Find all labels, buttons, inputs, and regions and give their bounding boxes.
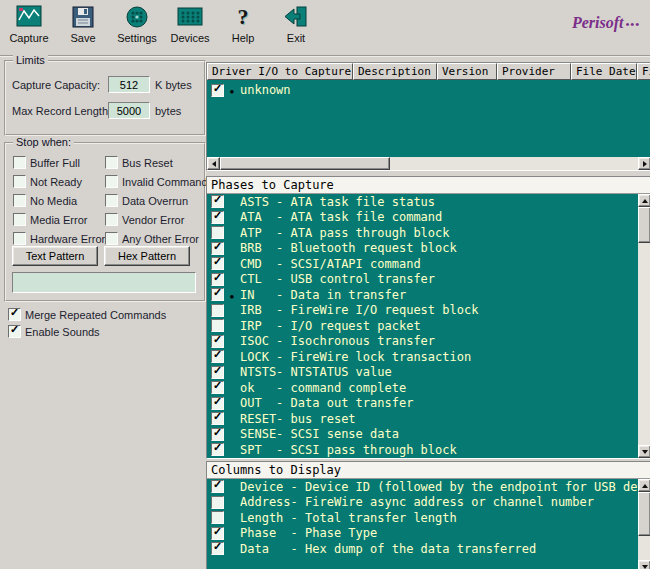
phase-row[interactable]: OUT - Data out transfer <box>207 396 638 412</box>
stop-condition-checkbox[interactable] <box>13 156 26 169</box>
stop-condition-checkbox[interactable] <box>13 175 26 188</box>
stop-condition-checkbox-row[interactable]: Vendor Error <box>105 213 208 226</box>
column-row[interactable]: Length - Total transfer length <box>207 510 638 526</box>
phase-checkbox[interactable] <box>211 226 224 239</box>
phase-row[interactable]: ATP - ATA pass through block <box>207 225 638 241</box>
columns-scrollbar-thumb[interactable] <box>638 492 650 536</box>
driver-column-header[interactable]: Provider <box>497 63 571 80</box>
max-record-length-input[interactable] <box>108 102 150 119</box>
option-checkbox[interactable] <box>8 308 21 321</box>
help-button[interactable]: ? Help <box>216 3 270 44</box>
stop-condition-checkbox[interactable] <box>105 175 118 188</box>
phases-scrollbar-thumb[interactable] <box>638 207 650 243</box>
phase-row[interactable]: SENSE- SCSI sense data <box>207 427 638 443</box>
driver-checkbox[interactable] <box>211 84 224 97</box>
option-checkbox-row[interactable]: Enable Sounds <box>8 325 166 338</box>
column-checkbox[interactable] <box>211 480 224 493</box>
stop-condition-checkbox[interactable] <box>105 232 118 245</box>
phase-row[interactable]: NTSTS- NTSTATUS value <box>207 365 638 381</box>
stop-condition-checkbox-row[interactable]: Data Overrun <box>105 194 208 207</box>
pattern-input[interactable] <box>12 272 196 293</box>
column-checkbox[interactable] <box>211 542 224 555</box>
phase-row[interactable]: IN - Data in transfer <box>207 287 638 303</box>
phase-row[interactable]: IRB - FireWire I/O request block <box>207 303 638 319</box>
scroll-right-button[interactable] <box>638 157 650 170</box>
column-row[interactable]: Data - Hex dump of the data transferred <box>207 541 638 557</box>
phases-scroll-up-button[interactable] <box>638 194 650 207</box>
phase-checkbox[interactable] <box>211 412 224 425</box>
phase-row[interactable]: BRB - Bluetooth request block <box>207 241 638 257</box>
text-pattern-button[interactable]: Text Pattern <box>12 246 98 266</box>
horizontal-scrollbar-thumb[interactable] <box>220 157 390 170</box>
help-icon: ? <box>216 3 270 31</box>
phase-checkbox[interactable] <box>211 288 224 301</box>
column-checkbox[interactable] <box>211 496 224 509</box>
driver-column-header[interactable]: Fi <box>637 63 650 80</box>
phase-checkbox[interactable] <box>211 350 224 363</box>
stop-condition-checkbox[interactable] <box>105 194 118 207</box>
phase-row[interactable]: SPT - SCSI pass through block <box>207 442 638 458</box>
driver-column-header[interactable]: File Date <box>571 63 637 80</box>
stop-condition-checkbox-row[interactable]: Any Other Error <box>105 232 208 245</box>
phase-checkbox[interactable] <box>211 195 224 208</box>
phases-vertical-scrollbar[interactable] <box>638 194 650 458</box>
stop-condition-checkbox-row[interactable]: Buffer Full <box>13 156 103 169</box>
phase-row[interactable]: CTL - USB control transfer <box>207 272 638 288</box>
phase-checkbox[interactable] <box>211 242 224 255</box>
column-row[interactable]: Phase - Phase Type <box>207 526 638 542</box>
stop-condition-checkbox[interactable] <box>105 213 118 226</box>
phase-row[interactable]: ATA - ATA task file command <box>207 210 638 226</box>
phase-checkbox[interactable] <box>211 443 224 456</box>
capture-button[interactable]: Capture <box>2 3 56 44</box>
phase-checkbox[interactable] <box>211 381 224 394</box>
phase-checkbox[interactable] <box>211 319 224 332</box>
columns-vertical-scrollbar[interactable] <box>638 479 650 569</box>
phase-row[interactable]: CMD - SCSI/ATAPI command <box>207 256 638 272</box>
phase-row[interactable]: ok - command complete <box>207 380 638 396</box>
phase-row[interactable]: LOCK - FireWire lock transaction <box>207 349 638 365</box>
horizontal-scrollbar[interactable] <box>207 157 650 170</box>
save-button[interactable]: Save <box>56 3 110 44</box>
column-row[interactable]: Device - Device ID (followed by the endp… <box>207 479 638 495</box>
stop-condition-checkbox[interactable] <box>13 194 26 207</box>
phase-checkbox[interactable] <box>211 273 224 286</box>
option-checkbox[interactable] <box>8 325 21 338</box>
stop-condition-checkbox[interactable] <box>13 232 26 245</box>
phase-row[interactable]: ISOC - Isochronous transfer <box>207 334 638 350</box>
scroll-left-button[interactable] <box>207 157 220 170</box>
driver-column-header[interactable]: Driver I/O to Capture <box>207 63 353 80</box>
settings-button[interactable]: Settings <box>110 3 164 44</box>
driver-column-header[interactable]: Description <box>353 63 437 80</box>
stop-condition-checkbox-row[interactable]: Hardware Error <box>13 232 103 245</box>
column-checkbox[interactable] <box>211 511 224 524</box>
phase-checkbox[interactable] <box>211 257 224 270</box>
phase-row[interactable]: RESET- bus reset <box>207 411 638 427</box>
hex-pattern-button[interactable]: Hex Pattern <box>104 246 190 266</box>
driver-column-header[interactable]: Version <box>437 63 497 80</box>
phase-checkbox[interactable] <box>211 304 224 317</box>
phase-checkbox[interactable] <box>211 397 224 410</box>
devices-button[interactable]: Devices <box>163 3 217 44</box>
column-checkbox[interactable] <box>211 527 224 540</box>
phase-row[interactable]: IRP - I/O request packet <box>207 318 638 334</box>
stop-condition-checkbox-row[interactable]: Not Ready <box>13 175 103 188</box>
option-checkbox-row[interactable]: Merge Repeated Commands <box>8 308 166 321</box>
phase-row[interactable]: ASTS - ATA task file status <box>207 194 638 210</box>
driver-row[interactable]: unknown <box>207 80 650 97</box>
phase-checkbox[interactable] <box>211 428 224 441</box>
phase-checkbox[interactable] <box>211 211 224 224</box>
stop-condition-checkbox-row[interactable]: Invalid Command <box>105 175 208 188</box>
stop-condition-checkbox[interactable] <box>13 213 26 226</box>
capture-capacity-input[interactable] <box>108 76 150 93</box>
phase-checkbox[interactable] <box>211 335 224 348</box>
exit-button[interactable]: Exit <box>269 3 323 44</box>
stop-condition-checkbox-row[interactable]: No Media <box>13 194 103 207</box>
column-row[interactable]: Address- FireWire async address or chann… <box>207 495 638 511</box>
phase-checkbox[interactable] <box>211 366 224 379</box>
columns-scroll-up-button[interactable] <box>638 479 650 492</box>
stop-condition-checkbox-row[interactable]: Bus Reset <box>105 156 208 169</box>
stop-condition-checkbox[interactable] <box>105 156 118 169</box>
columns-scroll-down-button[interactable] <box>638 560 650 569</box>
stop-condition-checkbox-row[interactable]: Media Error <box>13 213 103 226</box>
phases-scroll-down-button[interactable] <box>638 445 650 458</box>
